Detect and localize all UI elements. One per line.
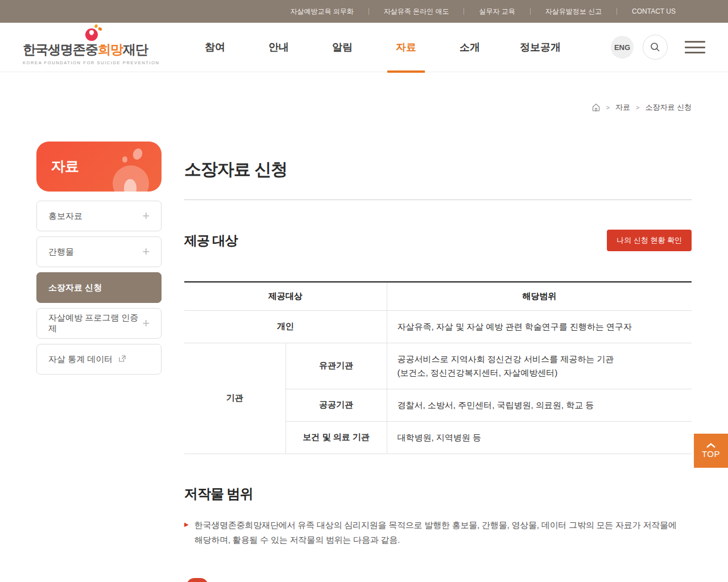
page-title: 소장자료 신청	[184, 158, 692, 181]
sidebar-item-publications[interactable]: 간행물 +	[36, 236, 162, 267]
page: 자살예방교육 의무화 자살유족 온라인 애도 실무자 교육 자살유발정보 신고 …	[0, 0, 728, 582]
sidebar-item-label: 홍보자료	[48, 211, 82, 222]
main-content: 소장자료 신청 제공 대상 나의 신청 현황 확인 제공대상 해당범위 개인 자…	[184, 0, 692, 582]
cell-public-org: 공공기관	[286, 389, 387, 421]
cell-organization: 기관	[184, 343, 286, 454]
sidebar-title-box: 자료	[36, 142, 162, 192]
cell-public-org-scope: 경찰서, 소방서, 주민센터, 국립병원, 의료원, 학교 등	[387, 389, 692, 421]
sidebar-title: 자료	[51, 157, 78, 176]
sidebar-item-statistics-data[interactable]: 자살 통계 데이터	[36, 344, 162, 375]
table-header-target: 제공대상	[184, 282, 387, 310]
logo-title: 한국생명존중희망재단	[23, 41, 160, 59]
decorative-circle	[122, 156, 127, 163]
sidebar-item-program-certification[interactable]: 자살예방 프로그램 인증제 +	[36, 308, 162, 339]
sidebar-item-label: 자살 통계 데이터	[48, 354, 126, 365]
cell-medical-org-scope: 대학병원, 지역병원 등	[387, 421, 692, 454]
works-list: 01 홍보물 : 리플릿, 포스터 등 홍보를 위한 자료 02 간행물 : 책…	[184, 568, 692, 582]
sidebar-item-collection-request[interactable]: 소장자료 신청	[36, 272, 162, 303]
triangle-bullet-icon: ▶	[184, 518, 189, 548]
provide-target-table: 제공대상 해당범위 개인 자살유족, 자살 및 자살 예방 관련 학술연구를 진…	[184, 281, 692, 454]
scroll-to-top-button[interactable]: TOP	[694, 434, 728, 468]
sidebar-item-label: 소장자료 신청	[48, 282, 102, 293]
provide-target-heading: 제공 대상	[184, 232, 237, 250]
sidebar-item-label: 간행물	[48, 247, 74, 257]
logo-icon	[82, 24, 105, 41]
table-header-scope: 해당범위	[387, 282, 692, 310]
cell-medical-org: 보건 및 의료 기관	[286, 421, 387, 454]
table-row: 기관 유관기관 공공서비스로 지역사회 정신건강 서비스를 제공하는 기관(보건…	[184, 343, 692, 389]
cell-individual: 개인	[184, 310, 387, 343]
decorative-circle	[113, 165, 149, 192]
logo-subtitle: KOREA FOUNDATION FOR SUICIDE PREVENTION	[23, 60, 160, 65]
cell-related-org-scope: 공공서비스로 지역사회 정신건강 서비스를 제공하는 기관(보건소, 정신건강복…	[387, 343, 692, 389]
logo[interactable]: 한국생명존중희망재단 KOREA FOUNDATION FOR SUICIDE …	[23, 33, 160, 65]
plus-icon: +	[142, 317, 150, 330]
works-scope-heading: 저작물 범위	[184, 485, 692, 503]
plus-icon: +	[142, 246, 150, 258]
plus-icon: +	[142, 210, 150, 222]
works-scope-description: ▶ 한국생명존중희망재단에서 유족 대상의 심리지원을 목적으로 발행한 홍보물…	[184, 518, 692, 548]
list-item: 01 홍보물 : 리플릿, 포스터 등 홍보를 위한 자료	[184, 568, 692, 582]
works-scope-text: 한국생명존중희망재단에서 유족 대상의 심리지원을 목적으로 발행한 홍보물, …	[195, 518, 684, 548]
table-row: 개인 자살유족, 자살 및 자살 예방 관련 학술연구를 진행하는 연구자	[184, 310, 692, 343]
external-link-icon	[119, 355, 126, 362]
divider	[184, 199, 692, 200]
cell-related-org: 유관기관	[286, 343, 387, 389]
sidebar-item-label: 자살예방 프로그램 인증제	[48, 313, 142, 334]
sidebar-item-promo-materials[interactable]: 홍보자료 +	[36, 201, 162, 231]
chevron-up-icon	[706, 443, 716, 448]
decorative-circle	[131, 147, 144, 161]
cell-individual-scope: 자살유족, 자살 및 자살 예방 관련 학술연구를 진행하는 연구자	[387, 310, 692, 343]
sidebar: 자료 홍보자료 + 간행물 + 소장자료 신청 자살예방 프로그램 인증제 + …	[36, 142, 162, 380]
my-request-status-button[interactable]: 나의 신청 현황 확인	[607, 230, 692, 251]
list-number-badge: 01	[187, 578, 208, 582]
top-button-label: TOP	[702, 449, 720, 459]
